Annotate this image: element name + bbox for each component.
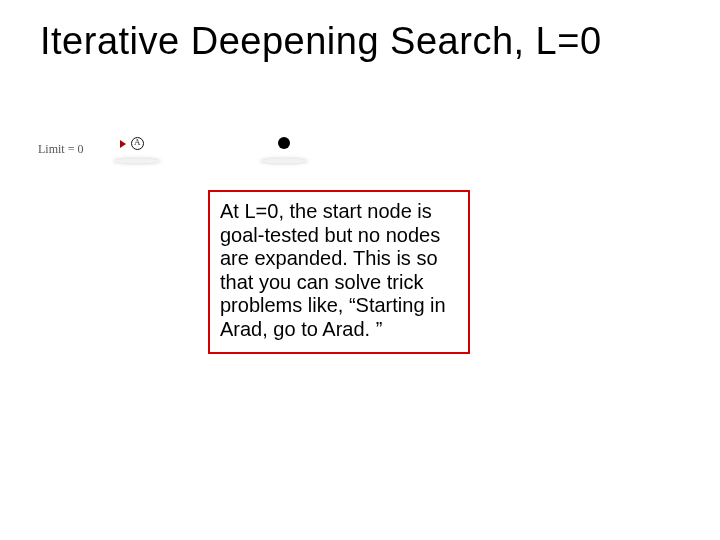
start-node-filled [278, 137, 290, 149]
explanation-callout: At L=0, the start node is goal-tested bu… [208, 190, 470, 354]
node-shadow [262, 159, 306, 164]
slide-title: Iterative Deepening Search, L=0 [40, 20, 700, 63]
arrow-icon [120, 140, 126, 148]
node-label: A [134, 137, 141, 147]
start-node-open: A [131, 137, 144, 150]
node-shadow [115, 159, 159, 164]
limit-label: Limit = 0 [38, 142, 83, 157]
slide: Iterative Deepening Search, L=0 Limit = … [0, 0, 720, 540]
